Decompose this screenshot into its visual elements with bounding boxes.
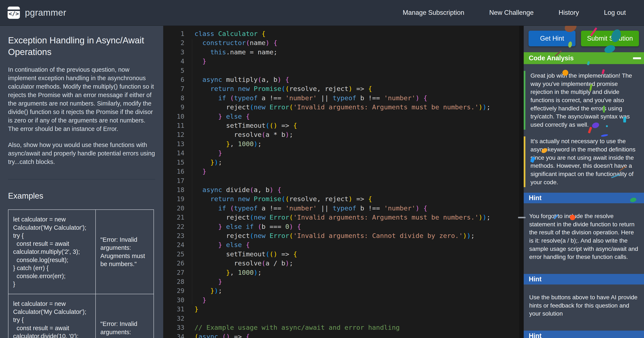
ai-panel: Get Hint Submit Solution Code Analysis G… [524, 26, 644, 338]
code-editor[interactable]: 1class Calculator {2 constructor(name) {… [163, 26, 519, 338]
line-number: 25 [163, 250, 184, 259]
hint-body: Use the buttons above to have AI provide… [524, 284, 644, 325]
brand-logo[interactable]: </> [8, 7, 20, 19]
code-line[interactable]: 9 reject(new Error('Invalid arguments: A… [163, 103, 519, 112]
code-line[interactable]: 23 reject(new Error('Invalid arguments: … [163, 231, 519, 240]
code-line[interactable]: 26 resolve(a / b); [163, 259, 519, 268]
code-line[interactable]: 7 return new Promise((resolve, reject) =… [163, 84, 519, 93]
line-number: 33 [163, 323, 184, 332]
code-line[interactable]: 4 } [163, 57, 519, 66]
brand-name: pgrammer [25, 8, 66, 18]
logo-window-bar [8, 10, 20, 11]
navbar: </> pgrammer Manage SubscriptionNew Chal… [0, 0, 644, 26]
code-line[interactable]: 5 [163, 66, 519, 75]
example-row: let calculator = new Calculator('My Calc… [8, 210, 154, 294]
problem-title: Exception Handling in Async/Await Operat… [8, 35, 148, 58]
code-line[interactable]: 3 this.name = name; [163, 48, 519, 57]
panel-splitter-handle[interactable] [518, 217, 526, 218]
line-number: 12 [163, 130, 184, 139]
problem-description: In continuation of the previous question… [8, 65, 155, 133]
code-line[interactable]: 10 } else { [163, 112, 519, 121]
code-line[interactable]: 16 } [163, 167, 519, 176]
analysis-feedback-block: It's actually not necessary to use the a… [524, 136, 644, 187]
get-hint-button[interactable]: Get Hint [528, 31, 576, 46]
problem-panel: Exception Handling in Async/Await Operat… [0, 26, 163, 338]
line-number: 4 [163, 57, 184, 66]
line-number: 31 [163, 304, 184, 314]
code-line[interactable]: 27 }, 1000); [163, 268, 519, 277]
editor-scrollbar-track[interactable] [519, 26, 524, 338]
submit-solution-button[interactable]: Submit Solution [581, 31, 639, 46]
line-number: 28 [163, 277, 184, 286]
code-line[interactable]: 31} [163, 304, 519, 314]
code-line[interactable]: 21 reject(new Error('Invalid arguments: … [163, 213, 519, 222]
line-number: 27 [163, 268, 184, 277]
example-code-cell: let calculator = new Calculator('My Calc… [8, 210, 96, 294]
line-number: 32 [163, 314, 184, 323]
code-line[interactable]: 33// Example usage with async/await and … [163, 323, 519, 332]
line-number: 13 [163, 139, 184, 148]
hint-header[interactable]: Hint [524, 274, 644, 284]
code-line[interactable]: 30 } [163, 295, 519, 304]
hint-header[interactable]: Hint [524, 193, 644, 203]
hint-header[interactable]: Hint [524, 330, 644, 338]
action-buttons: Get Hint Submit Solution [524, 26, 644, 46]
example-row: let calculator = new Calculator('My Calc… [8, 294, 154, 338]
nav-link-manage-subscription[interactable]: Manage Subscription [403, 9, 464, 17]
line-number: 6 [163, 75, 184, 84]
problem-description-2: Also, show how you would use these funct… [8, 141, 155, 166]
line-number: 15 [163, 158, 184, 167]
line-number: 1 [163, 29, 184, 38]
line-number: 29 [163, 286, 184, 295]
code-line[interactable]: 12 resolve(a * b); [163, 130, 519, 139]
code-line[interactable]: 11 setTimeout(() => { [163, 121, 519, 130]
code-line[interactable]: 1class Calculator { [163, 29, 519, 38]
line-number: 21 [163, 213, 184, 222]
code-analysis-title: Code Analysis [529, 54, 574, 62]
code-icon: </> [9, 10, 19, 19]
line-number: 24 [163, 240, 184, 249]
line-number: 23 [163, 231, 184, 240]
hint-body: You forgot to include the resolve statem… [524, 203, 644, 268]
line-number: 3 [163, 48, 184, 57]
collapse-minus-icon[interactable] [633, 57, 641, 59]
line-number: 17 [163, 176, 184, 185]
line-number: 18 [163, 185, 184, 194]
code-line[interactable]: 22 } else if (b === 0) { [163, 222, 519, 231]
line-number: 34 [163, 332, 184, 338]
code-line[interactable]: 32 [163, 314, 519, 323]
line-number: 7 [163, 84, 184, 93]
code-line[interactable]: 15 }); [163, 158, 519, 167]
nav-link-history[interactable]: History [558, 9, 579, 17]
code-line[interactable]: 20 if (typeof a !== 'number' || typeof b… [163, 204, 519, 213]
code-line[interactable]: 24 } else { [163, 240, 519, 249]
code-line[interactable]: 13 }, 1000); [163, 139, 519, 148]
nav-links: Manage SubscriptionNew ChallengeHistoryL… [403, 9, 626, 17]
line-number: 26 [163, 259, 184, 268]
code-analysis-header[interactable]: Code Analysis [524, 52, 644, 64]
code-line[interactable]: 18 async divide(a, b) { [163, 185, 519, 194]
code-line[interactable]: 25 setTimeout(() => { [163, 250, 519, 259]
code-line[interactable]: 34(async () => { [163, 332, 519, 338]
line-number: 22 [163, 222, 184, 231]
line-number: 19 [163, 194, 184, 203]
code-line[interactable]: 17 [163, 176, 519, 185]
line-number: 9 [163, 103, 184, 112]
indent-guide [192, 39, 192, 304]
code-line[interactable]: 6 async multiply(a, b) { [163, 75, 519, 84]
nav-link-new-challenge[interactable]: New Challenge [489, 9, 534, 17]
code-line[interactable]: 2 constructor(name) { [163, 38, 519, 47]
example-code-cell: let calculator = new Calculator('My Calc… [8, 294, 96, 338]
analysis-feedback-block: Great job with the implementation! The w… [524, 71, 644, 130]
code-line[interactable]: 28 } [163, 277, 519, 286]
code-line[interactable]: 29 }); [163, 286, 519, 295]
example-output-cell: "Error: Invalid arguments: Arugments mus… [96, 210, 154, 294]
line-number: 8 [163, 94, 184, 103]
examples-table: let calculator = new Calculator('My Calc… [8, 209, 154, 338]
code-line[interactable]: 14 } [163, 148, 519, 158]
nav-link-log-out[interactable]: Log out [604, 9, 626, 17]
line-number: 11 [163, 121, 184, 130]
code-line[interactable]: 8 if (typeof a !== 'number' || typeof b … [163, 94, 519, 103]
code-line[interactable]: 19 return new Promise((resolve, reject) … [163, 194, 519, 203]
line-number: 16 [163, 167, 184, 176]
